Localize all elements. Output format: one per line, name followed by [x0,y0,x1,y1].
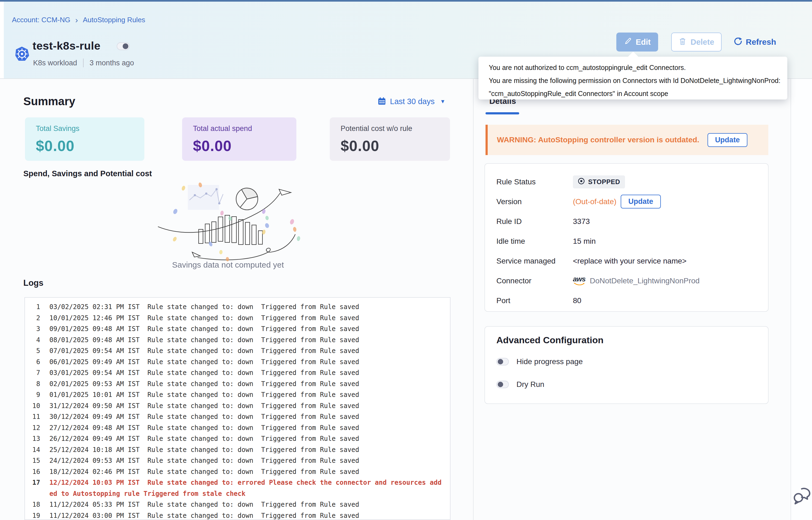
log-line: 11 30/12/2024 09:49 AM IST Rule state ch… [25,411,450,422]
log-line-number: 2 [25,313,40,324]
breadcrumb-account-link[interactable]: Account: CCM-NG [12,16,70,24]
log-line-number: 1 [25,302,40,313]
breadcrumb-page-link[interactable]: AutoStopping Rules [83,16,145,24]
permission-tooltip: You are not authorized to ccm_autostoppi… [478,57,787,100]
log-line-text: 25/12/2024 10:18 AM IST Rule state chang… [49,444,443,456]
advanced-configuration-heading: Advanced Configuration [485,327,768,345]
tooltip-line-2: You are missing the following permission… [489,74,787,87]
log-line-text: 06/01/2025 09:49 AM IST Rule state chang… [49,357,443,368]
version-status: (Out-of-date) [573,198,616,206]
log-line: 19 11/12/2024 03:00 PM IST Rule state ch… [25,510,450,520]
column-divider [473,79,473,520]
log-line: 15 24/12/2024 09:53 AM IST Rule state ch… [25,455,450,466]
log-line-number: 9 [25,389,40,400]
log-line-number: 4 [25,335,40,346]
log-line: 9 01/01/2025 10:01 AM IST Rule state cha… [25,389,450,400]
version-update-button[interactable]: Update [621,194,661,208]
log-line: 17 12/12/2024 10:03 PM IST Rule state ch… [25,477,450,499]
log-line: 13 26/12/2024 09:49 AM IST Rule state ch… [25,433,450,444]
total-savings-card: Total Savings $0.00 [25,118,144,161]
edit-button[interactable]: Edit [616,32,658,52]
chat-widget-icon[interactable] [791,487,812,508]
dry-run-row: Dry Run [496,380,768,389]
log-line-text: 12/12/2024 10:03 PM IST Rule state chang… [49,477,443,499]
log-line-text: 03/01/2025 09:54 AM IST Rule state chang… [49,367,443,379]
breadcrumb: Account: CCM-NG › AutoStopping Rules [12,16,145,24]
advanced-configuration-card: Advanced Configuration Hide progress pag… [485,326,768,404]
log-line-text: 30/12/2024 09:49 AM IST Rule state chang… [49,411,443,422]
calendar-icon [377,97,386,106]
log-line-number: 7 [25,367,40,379]
connector-row: Connector aws DoNotDelete_LightwingNonPr… [496,271,768,291]
card-label: Total actual spend [193,125,296,133]
chart-section-title: Spend, Savings and Potential cost [23,169,152,178]
log-line-text: 07/01/2025 09:54 AM IST Rule state chang… [49,345,443,357]
log-line: 8 02/01/2025 09:53 AM IST Rule state cha… [25,379,450,390]
log-line-number: 8 [25,379,40,390]
total-actual-spend-card: Total actual spend $0.00 [182,118,296,161]
log-line-number: 19 [25,510,40,520]
log-line: 14 25/12/2024 10:18 AM IST Rule state ch… [25,444,450,456]
log-line-text: 11/12/2024 03:00 PM IST Rule state chang… [49,510,443,520]
log-line: 7 03/01/2025 09:54 AM IST Rule state cha… [25,367,450,379]
kubernetes-icon [14,46,30,63]
pencil-icon [624,37,632,47]
log-line-text: 27/12/2024 09:48 AM IST Rule state chang… [49,422,443,434]
log-line: 1 03/02/2025 02:31 PM IST Rule state cha… [25,302,450,313]
log-line-text: 11/12/2024 05:33 PM IST Rule state chang… [49,499,443,510]
log-line-text: 24/12/2024 09:53 AM IST Rule state chang… [49,455,443,466]
port-row: Port 80 [496,291,768,310]
chevron-down-icon: ▼ [440,98,445,105]
log-line: 5 07/01/2025 09:54 AM IST Rule state cha… [25,345,450,357]
log-line-number: 5 [25,345,40,357]
status-badge: STOPPED [573,175,625,188]
log-line-number: 10 [25,400,40,412]
log-line: 2 10/01/2025 12:46 PM IST Rule state cha… [25,313,450,324]
card-value: $0.00 [341,137,450,155]
log-line: 10 31/12/2024 09:50 AM IST Rule state ch… [25,400,450,412]
tooltip-line-3: "ccm_autoStoppingRule_edit Connectors" i… [489,87,787,100]
log-line-text: 26/12/2024 09:49 AM IST Rule state chang… [49,433,443,444]
log-line-number: 16 [25,466,40,477]
date-range-selector[interactable]: Last 30 days ▼ [376,97,447,107]
log-line-number: 3 [25,323,40,335]
log-line: 4 08/01/2025 09:48 AM IST Rule state cha… [25,335,450,346]
rule-enable-toggle[interactable] [117,42,130,50]
hide-progress-toggle[interactable] [496,358,509,365]
card-label: Total Savings [36,125,144,133]
card-value: $0.00 [193,137,296,155]
card-value: $0.00 [36,137,144,155]
tab-active-indicator [486,112,519,114]
controller-outdated-warning: WARNING: AutoStopping controller version… [486,125,768,155]
trash-icon [679,37,687,48]
log-line-number: 6 [25,357,40,368]
page-title: test-k8s-rule [32,40,100,52]
log-line-text: 09/01/2025 09:48 AM IST Rule state chang… [49,323,443,335]
log-line-number: 11 [25,411,40,422]
log-line-number: 17 [25,477,40,499]
log-line-text: 08/01/2025 09:48 AM IST Rule state chang… [49,335,443,346]
service-managed-row: Service managed <replace with your servi… [496,251,768,271]
delete-button[interactable]: Delete [671,32,722,52]
log-line-number: 14 [25,444,40,456]
logs-console[interactable]: 1 03/02/2025 02:31 PM IST Rule state cha… [24,297,450,520]
empty-chart-caption: Savings data not computed yet [92,260,364,269]
rule-status-row: Rule Status STOPPED [496,172,768,192]
tooltip-line-1: You are not authorized to ccm_autostoppi… [489,61,787,74]
log-line-number: 12 [25,422,40,434]
refresh-icon [733,36,742,48]
toggle-knob [498,359,503,364]
potential-cost-card: Potential cost w/o rule $0.00 [330,118,450,161]
dry-run-toggle[interactable] [496,381,509,388]
warning-update-button[interactable]: Update [708,133,748,147]
log-line: 6 06/01/2025 09:49 AM IST Rule state cha… [25,357,450,368]
card-label: Potential cost w/o rule [341,125,450,133]
log-line-text: 31/12/2024 09:50 AM IST Rule state chang… [49,400,443,412]
rule-id-row: Rule ID 3373 [496,211,768,231]
rule-details-card: Rule Status STOPPED Version [485,163,768,312]
refresh-button[interactable]: Refresh [732,36,778,48]
last-updated-label: 3 months ago [90,59,134,67]
log-line-text: 10/01/2025 12:46 PM IST Rule state chang… [49,313,443,324]
summary-heading: Summary [23,95,75,108]
workload-type-label: K8s workload [33,59,77,67]
